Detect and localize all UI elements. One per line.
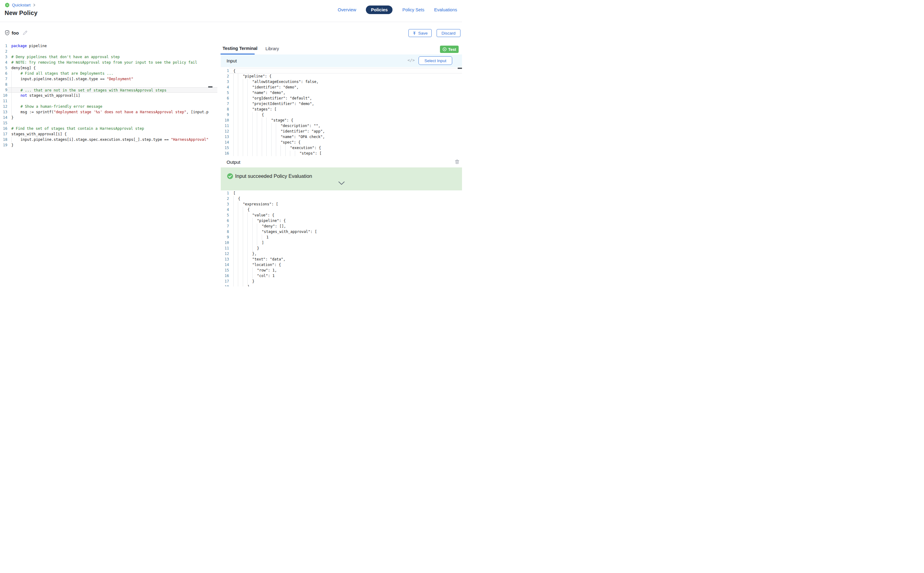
code-line-content: "description": "", [229, 123, 462, 128]
code-line-content: "stages_with_approval": [ [229, 229, 462, 235]
code-line: 13"name": "OPA check", [221, 134, 462, 139]
line-number: 1 [221, 68, 229, 74]
discard-button[interactable]: Discard [437, 29, 460, 37]
indent-guide [233, 251, 238, 257]
indent-guide [233, 139, 238, 145]
code-line-content: "identifier": "demo", [229, 85, 462, 90]
indent-guide [233, 213, 238, 218]
nav-tab-overview[interactable]: Overview [338, 7, 356, 12]
indent-guide [238, 128, 243, 134]
code-line-content: "pipeline": { [229, 74, 462, 79]
indent-guide [233, 229, 238, 235]
indent-guide [243, 106, 247, 112]
indent-guide [247, 150, 252, 156]
code-line: 14"location": { [221, 262, 462, 268]
indent-guide [257, 128, 262, 134]
indent-guide [252, 273, 257, 279]
indent-guide [233, 150, 238, 156]
indent-guide [285, 145, 290, 150]
indent-guide [257, 123, 262, 128]
code-line-content: deny[msg] { [7, 65, 218, 71]
line-number: 18 [221, 284, 229, 286]
indent-guide [238, 273, 243, 279]
upload-icon [412, 31, 417, 35]
play-icon [442, 47, 447, 52]
code-line: 1[ [221, 190, 462, 196]
tab-library[interactable]: Library [265, 46, 279, 51]
code-line-content: "orgIdentifier": "default", [229, 96, 462, 101]
code-line-content: "col": 1 [229, 273, 462, 279]
indent-guide [262, 235, 266, 240]
code-line: 6"orgIdentifier": "default", [221, 96, 462, 101]
indent-guide [243, 96, 247, 101]
input-json-editor[interactable]: 1{2"pipeline": {3"allowStageExecutions":… [221, 67, 462, 157]
indent-guide [238, 74, 243, 79]
output-json-editor[interactable]: 1[2{3"expressions": [4{5"value": {6"pipe… [221, 190, 462, 286]
indent-guide [233, 90, 238, 96]
code-line: 16"col": 1 [221, 273, 462, 279]
breadcrumb-project-link[interactable]: Quickstart [12, 3, 31, 7]
check-circle-icon [227, 173, 233, 181]
indent-guide [233, 262, 238, 268]
code-line: 6# Find all stages that are Deployments … [0, 71, 218, 76]
indent-guide [257, 139, 262, 145]
nav-tab-evaluations[interactable]: Evaluations [434, 7, 457, 12]
tab-testing-terminal[interactable]: Testing Terminal [222, 46, 257, 51]
indent-guide [252, 128, 257, 134]
indent-guide [280, 150, 285, 156]
trash-icon[interactable] [454, 159, 460, 166]
code-line: 10"stage": { [221, 117, 462, 123]
page-title: New Policy [5, 9, 38, 17]
indent-guide [233, 246, 238, 251]
line-number: 9 [221, 235, 229, 240]
code-line-content: "pipeline": { [229, 218, 462, 224]
nav-tab-policies[interactable]: Policies [366, 6, 393, 14]
indent-guide [243, 273, 247, 279]
code-line: 3"allowStageExecutions": false, [221, 79, 462, 85]
line-number: 5 [0, 65, 7, 71]
policy-code-editor[interactable]: 1package pipeline23# Deny pipelines that… [0, 43, 218, 149]
indent-guide [247, 123, 252, 128]
indent-guide [252, 134, 257, 139]
code-line: 17stages_with_approval[i] { [0, 131, 218, 137]
select-input-button[interactable]: Select Input [418, 56, 452, 65]
indent-guide [11, 98, 20, 104]
save-button[interactable]: Save [409, 29, 432, 37]
indent-guide [233, 112, 238, 117]
line-number: 16 [221, 150, 229, 156]
code-line-content [7, 82, 218, 87]
indent-guide [238, 235, 243, 240]
code-line: 7"projectIdentifier": "demo", [221, 101, 462, 106]
code-line: 3# Deny pipelines that don't have an app… [0, 54, 218, 60]
edit-pencil-icon[interactable] [22, 30, 28, 37]
svg-text:∞: ∞ [6, 3, 8, 6]
indent-guide [247, 218, 252, 224]
indent-guide [266, 123, 271, 128]
nav-tab-policy-sets[interactable]: Policy Sets [402, 7, 424, 12]
indent-guide [276, 128, 280, 134]
line-number: 5 [221, 213, 229, 218]
indent-guide [247, 106, 252, 112]
code-line: 10] [221, 240, 462, 246]
indent-guide [252, 246, 257, 251]
indent-guide [233, 240, 238, 246]
indent-guide [257, 229, 262, 235]
code-line: 7input.pipeline.stages[i].stage.type == … [0, 76, 218, 82]
indent-guide [238, 201, 243, 207]
indent-guide [243, 123, 247, 128]
select-input-label: Select Input [424, 58, 446, 63]
line-number: 15 [0, 120, 7, 126]
code-line-content: "text": "data", [229, 257, 462, 262]
policy-editor-page: ∞ Quickstart New Policy Overview Policie… [0, 0, 462, 286]
indent-guide [238, 229, 243, 235]
indent-guide [262, 145, 266, 150]
indent-guide [238, 279, 243, 284]
code-line-content: # Show a human-friendly error message [7, 104, 218, 109]
code-line: 12}, [221, 251, 462, 257]
code-line: 19} [0, 142, 218, 148]
code-line: 13msg := sprintf("deployment stage '%s' … [0, 109, 218, 115]
chevron-down-icon[interactable] [338, 181, 345, 186]
test-button[interactable]: Test [440, 45, 459, 53]
indent-guide [252, 112, 257, 117]
code-toggle-icon[interactable]: </> [407, 58, 415, 63]
